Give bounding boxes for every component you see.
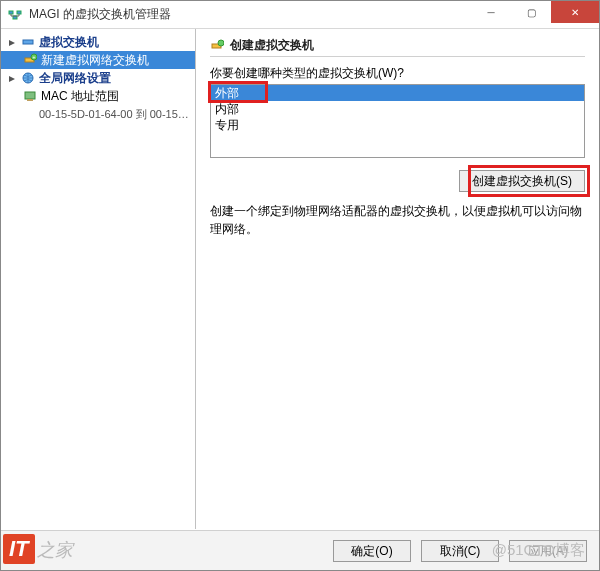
nic-icon — [23, 89, 37, 103]
window-title: MAGI 的虚拟交换机管理器 — [29, 6, 471, 23]
svg-rect-1 — [17, 11, 21, 14]
tree-category-global-settings[interactable]: 全局网络设置 — [1, 69, 195, 87]
svg-point-13 — [218, 40, 224, 46]
new-switch-icon: + — [23, 53, 37, 67]
main-header-title: 创建虚拟交换机 — [230, 37, 314, 54]
new-switch-icon — [210, 39, 224, 53]
maximize-button[interactable]: ▢ — [511, 1, 551, 23]
tree-item-mac-sublabel: 00-15-5D-01-64-00 到 00-15-5D-0... — [1, 105, 195, 123]
svg-rect-10 — [25, 92, 35, 99]
close-button[interactable]: ✕ — [551, 1, 599, 23]
sidebar: 虚拟交换机 + 新建虚拟网络交换机 全局网络设置 — [1, 29, 196, 529]
type-description: 创建一个绑定到物理网络适配器的虚拟交换机，以便虚拟机可以访问物理网络。 — [210, 202, 585, 238]
svg-marker-8 — [9, 76, 15, 82]
option-internal[interactable]: 内部 — [211, 101, 584, 117]
tree-label: 全局网络设置 — [39, 70, 111, 87]
svg-rect-0 — [9, 11, 13, 14]
type-prompt: 你要创建哪种类型的虚拟交换机(W)? — [210, 65, 585, 82]
window-controls: ─ ▢ ✕ — [471, 1, 599, 28]
ok-button[interactable]: 确定(O) — [333, 540, 411, 562]
cancel-button[interactable]: 取消(C) — [421, 540, 499, 562]
tree-label: 虚拟交换机 — [39, 34, 99, 51]
svg-text:+: + — [33, 54, 36, 60]
collapse-icon[interactable] — [7, 37, 17, 47]
minimize-button[interactable]: ─ — [471, 1, 511, 23]
switch-type-listbox[interactable]: 外部 内部 专用 — [210, 84, 585, 158]
apply-button[interactable]: 应用(A) — [509, 540, 587, 562]
main-header: 创建虚拟交换机 — [210, 35, 585, 57]
body-area: 虚拟交换机 + 新建虚拟网络交换机 全局网络设置 — [1, 29, 599, 529]
globe-icon — [21, 71, 35, 85]
switch-icon — [21, 35, 35, 49]
collapse-icon[interactable] — [7, 73, 17, 83]
main-panel: 创建虚拟交换机 你要创建哪种类型的虚拟交换机(W)? 外部 内部 专用 创建虚拟… — [196, 29, 599, 529]
option-external[interactable]: 外部 — [211, 85, 584, 101]
titlebar: MAGI 的虚拟交换机管理器 ─ ▢ ✕ — [1, 1, 599, 29]
tree-item-new-switch[interactable]: + 新建虚拟网络交换机 — [1, 51, 195, 69]
option-private[interactable]: 专用 — [211, 117, 584, 133]
create-switch-button[interactable]: 创建虚拟交换机(S) — [459, 170, 585, 192]
app-icon — [7, 7, 23, 23]
tree-item-mac-range[interactable]: MAC 地址范围 — [1, 87, 195, 105]
mac-range-text: 00-15-5D-01-64-00 到 00-15-5D-0... — [39, 107, 191, 122]
tree-category-virtual-switch[interactable]: 虚拟交换机 — [1, 33, 195, 51]
app-window: MAGI 的虚拟交换机管理器 ─ ▢ ✕ 虚拟交换机 + — [0, 0, 600, 571]
svg-marker-3 — [9, 40, 15, 46]
svg-rect-4 — [23, 40, 33, 44]
tree-label: MAC 地址范围 — [41, 88, 119, 105]
svg-rect-11 — [27, 99, 33, 101]
tree-label: 新建虚拟网络交换机 — [41, 52, 149, 69]
dialog-footer: 确定(O) 取消(C) 应用(A) — [1, 530, 599, 570]
